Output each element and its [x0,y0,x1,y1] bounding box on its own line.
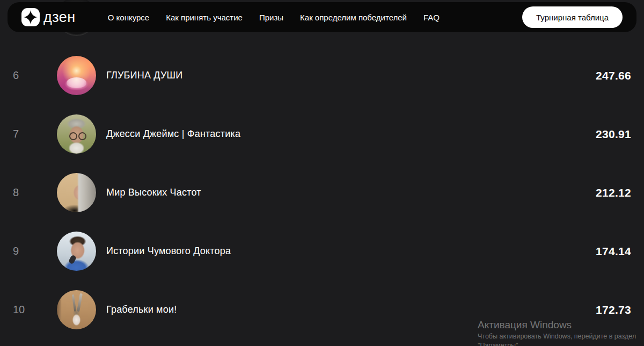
nav-item-how-to-participate[interactable]: Как принять участие [166,13,243,22]
score-value: 212.12 [596,186,631,199]
score-value: 172.73 [596,304,631,316]
watermark-line2: "Параметры". [478,342,636,346]
score-value: 174.14 [596,245,631,258]
rank-number: 9 [13,245,34,257]
table-row[interactable]: 9 Истории Чумового Доктора 174.14 [0,222,644,280]
channel-name[interactable]: Мир Высоких Частот [106,187,201,198]
rank-number: 10 [13,304,34,316]
zen-logo-text: дзен [43,9,76,26]
avatar-man-blue-jacket [57,232,96,271]
windows-activation-watermark: Активация Windows Чтобы активировать Win… [478,319,636,346]
rank-number: 6 [13,69,34,82]
tournament-table-button[interactable]: Турнирная таблица [522,6,623,28]
table-row[interactable]: 7 Джесси Джеймс | Фантастика 230.91 [0,105,644,163]
table-row[interactable]: 8 Мир Высоких Частот 212.12 [0,163,644,222]
avatar-blonde-woman-profile [57,173,96,212]
score-value: 230.91 [596,128,631,141]
table-row[interactable]: 6 ГЛУБИНА ДУШИ 247.66 [0,46,644,105]
tournament-leaderboard: 6 ГЛУБИНА ДУШИ 247.66 7 Джесси Джеймс | … [0,46,644,339]
channel-name[interactable]: Грабельки мои! [106,304,177,315]
avatar-elderly-man-glasses [57,114,96,154]
avatar-lotus-flower [57,56,96,95]
channel-name[interactable]: ГЛУБИНА ДУШИ [106,70,182,81]
watermark-line1: Чтобы активировать Windows, перейдите в … [478,333,636,340]
nav-menu: О конкурсе Как принять участие Призы Как… [108,13,440,22]
zen-star-icon [21,8,40,26]
rank-number: 7 [13,128,34,140]
zen-logo[interactable]: дзен [21,8,76,26]
nav-item-prizes[interactable]: Призы [259,13,283,22]
avatar-garden-tools-mug [57,290,96,329]
rank-number: 8 [13,186,34,199]
nav-item-faq[interactable]: FAQ [423,13,440,22]
nav-item-about-contest[interactable]: О конкурсе [108,13,149,22]
score-value: 247.66 [596,69,631,82]
channel-name[interactable]: Джесси Джеймс | Фантастика [106,128,240,140]
nav-item-how-winners-determined[interactable]: Как определим победителей [300,13,407,22]
watermark-title: Активация Windows [478,319,636,331]
channel-name[interactable]: Истории Чумового Доктора [106,246,231,257]
top-navbar: дзен О конкурсе Как принять участие Приз… [8,2,636,32]
